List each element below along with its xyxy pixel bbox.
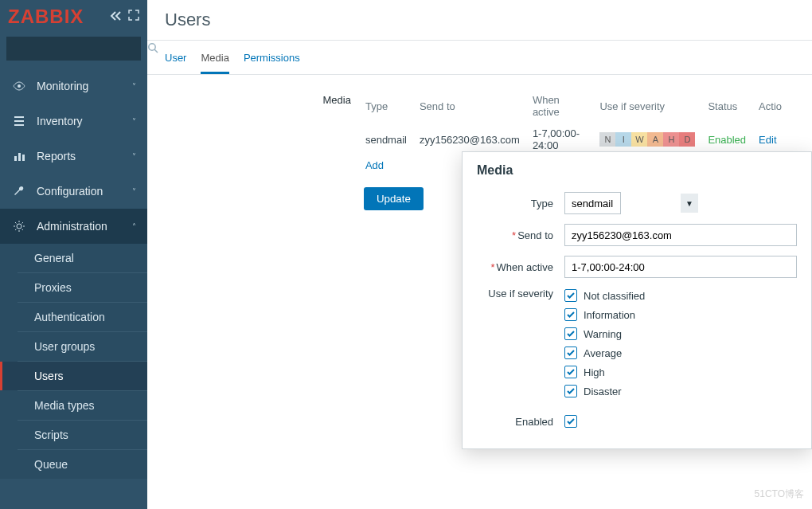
- type-select[interactable]: sendmail: [564, 192, 621, 214]
- severity-not-classified[interactable]: Not classified: [564, 289, 645, 302]
- app-logo: ZABBIX: [8, 6, 84, 28]
- sidebar-item-label: Configuration: [37, 185, 103, 198]
- media-dialog: Media Type sendmail ▼ *Send to *When act…: [462, 151, 812, 449]
- severity-information[interactable]: Information: [564, 308, 645, 321]
- logo-row: ZABBIX: [0, 0, 147, 33]
- col-severity: Use if severity: [599, 92, 706, 124]
- edit-link[interactable]: Edit: [759, 134, 776, 146]
- checkbox-icon: [564, 289, 577, 302]
- svg-rect-5: [22, 155, 25, 161]
- sub-item-label: General: [34, 252, 74, 264]
- sub-item-label: Scripts: [34, 429, 68, 441]
- administration-submenu: General Proxies Authentication User grou…: [0, 244, 147, 479]
- severity-high[interactable]: High: [564, 366, 645, 378]
- add-media-link[interactable]: Add: [365, 159, 384, 171]
- checkbox-label: Information: [584, 309, 635, 321]
- checkbox-icon: [564, 347, 577, 359]
- checkbox-label: High: [584, 366, 605, 378]
- checkbox-icon: [564, 366, 577, 378]
- collapse-sidebar-icon[interactable]: [109, 10, 122, 25]
- col-send-to: Send to: [420, 92, 531, 124]
- status-toggle[interactable]: Enabled: [708, 134, 746, 146]
- sub-item-label: Queue: [34, 458, 68, 471]
- severity-badge-h: H: [663, 132, 679, 147]
- dialog-title: Media: [463, 152, 811, 187]
- eye-icon: [11, 80, 27, 92]
- chevron-down-icon: ˅: [132, 187, 136, 196]
- sub-item-label: Media types: [34, 399, 94, 412]
- when-active-label: *When active: [477, 261, 564, 273]
- watermark: 51CTO博客: [755, 487, 804, 501]
- enabled-label: Enabled: [477, 416, 564, 428]
- severity-average[interactable]: Average: [564, 347, 645, 359]
- chevron-up-icon: ˄: [132, 222, 136, 231]
- tab-permissions[interactable]: Permissions: [244, 52, 300, 74]
- sub-item-label: User groups: [34, 340, 95, 353]
- checkbox-icon: [564, 308, 577, 321]
- severity-badge-i: I: [615, 132, 631, 147]
- update-button[interactable]: Update: [364, 187, 424, 210]
- sidebar-item-configuration[interactable]: Configuration ˅: [0, 174, 147, 209]
- sidebar-item-inventory[interactable]: Inventory ˅: [0, 104, 147, 139]
- list-icon: [11, 115, 27, 127]
- sidebar-item-user-groups[interactable]: User groups: [0, 332, 147, 361]
- checkbox-label: Disaster: [584, 386, 622, 397]
- media-section-label: Media: [165, 91, 364, 106]
- svg-point-2: [18, 84, 21, 88]
- checkbox-label: Not classified: [584, 290, 645, 302]
- search-input[interactable]: [13, 43, 147, 55]
- col-action: Actio: [759, 92, 793, 124]
- sidebar-item-media-types[interactable]: Media types: [0, 391, 147, 420]
- type-label: Type: [477, 198, 564, 209]
- checkbox-icon: [564, 327, 577, 340]
- wrench-icon: [11, 185, 27, 198]
- page-title: Users: [147, 0, 812, 41]
- sidebar-item-scripts[interactable]: Scripts: [0, 421, 147, 449]
- sidebar-item-authentication[interactable]: Authentication: [0, 303, 147, 331]
- tabs: User Media Permissions: [147, 41, 812, 75]
- send-to-label: *Send to: [477, 229, 564, 241]
- svg-point-6: [17, 224, 21, 229]
- sidebar-item-label: Monitoring: [37, 80, 88, 92]
- cell-type: sendmail: [365, 126, 418, 156]
- checkbox-label: Average: [584, 347, 622, 359]
- chart-icon: [11, 150, 27, 162]
- sidebar: ZABBIX Monitoring ˅ Inventory ˅ Reports …: [0, 0, 147, 509]
- chevron-down-icon: ˅: [132, 82, 136, 91]
- send-to-input[interactable]: [564, 224, 797, 246]
- svg-rect-3: [14, 156, 17, 161]
- tab-media[interactable]: Media: [201, 52, 228, 74]
- severity-disaster[interactable]: Disaster: [564, 385, 645, 397]
- severity-badge-d: D: [679, 132, 695, 147]
- enabled-checkbox[interactable]: [564, 415, 577, 428]
- sidebar-item-proxies[interactable]: Proxies: [0, 273, 147, 302]
- svg-rect-4: [18, 153, 21, 161]
- sidebar-item-users[interactable]: Users: [0, 362, 147, 390]
- sidebar-item-reports[interactable]: Reports ˅: [0, 139, 147, 174]
- sidebar-search[interactable]: [6, 37, 141, 61]
- sidebar-item-label: Inventory: [37, 115, 83, 127]
- severity-warning[interactable]: Warning: [564, 327, 645, 340]
- sub-item-label: Proxies: [34, 281, 72, 294]
- tab-user[interactable]: User: [165, 52, 186, 74]
- fullscreen-icon[interactable]: [128, 10, 139, 25]
- col-status: Status: [708, 92, 757, 124]
- chevron-down-icon: ˅: [132, 152, 136, 161]
- sub-item-label: Users: [34, 370, 64, 382]
- sidebar-item-label: Reports: [37, 150, 76, 162]
- checkbox-icon: [564, 385, 577, 397]
- sidebar-item-queue[interactable]: Queue: [0, 450, 147, 479]
- when-active-input[interactable]: [564, 256, 797, 278]
- sidebar-item-administration[interactable]: Administration ˄: [0, 209, 147, 244]
- severity-label: Use if severity: [477, 288, 564, 300]
- checkbox-label: Warning: [584, 328, 622, 340]
- severity-badge-n: N: [599, 132, 615, 147]
- sub-item-label: Authentication: [34, 311, 105, 323]
- severity-badge-a: A: [647, 132, 663, 147]
- dropdown-icon: ▼: [681, 194, 698, 213]
- sidebar-item-general[interactable]: General: [0, 244, 147, 272]
- gear-icon: [11, 220, 27, 233]
- sidebar-item-monitoring[interactable]: Monitoring ˅: [0, 69, 147, 104]
- col-type: Type: [365, 92, 418, 124]
- severity-checkbox-list: Not classified Information Warning Avera…: [564, 288, 645, 397]
